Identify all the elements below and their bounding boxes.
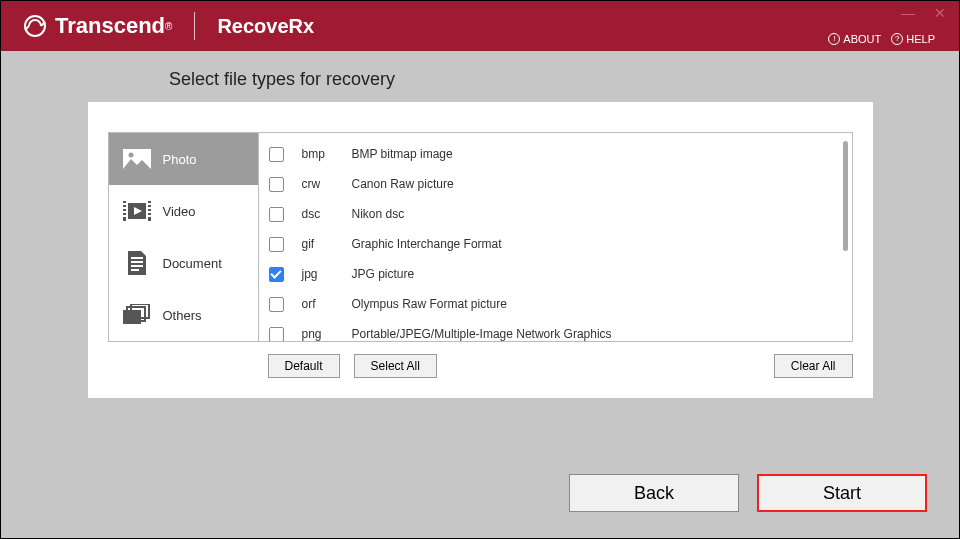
titlebar: Transcend ® RecoveRx — ✕ ! ABOUT ? HELP — [1, 1, 959, 51]
svg-rect-15 — [131, 261, 143, 263]
checkbox-bmp[interactable] — [269, 147, 284, 162]
svg-rect-16 — [131, 265, 143, 267]
file-desc: Graphic Interchange Format — [352, 237, 502, 251]
file-desc: Olympus Raw Format picture — [352, 297, 507, 311]
file-type-row[interactable]: png Portable/JPEG/Multiple-Image Network… — [259, 319, 852, 342]
help-label: HELP — [906, 33, 935, 45]
svg-rect-6 — [123, 207, 126, 209]
checkbox-png[interactable] — [269, 327, 284, 342]
brand-name: Transcend — [55, 13, 165, 39]
photo-icon — [123, 148, 151, 170]
footer-nav: Back Start — [569, 474, 927, 512]
svg-rect-17 — [131, 269, 139, 271]
category-photo[interactable]: Photo — [109, 133, 258, 185]
file-ext: gif — [302, 237, 352, 251]
file-ext: orf — [302, 297, 352, 311]
content-area: Select file types for recovery Photo — [1, 51, 959, 538]
default-button[interactable]: Default — [268, 354, 340, 378]
clear-all-button[interactable]: Clear All — [774, 354, 853, 378]
minimize-button[interactable]: — — [897, 5, 919, 21]
category-video[interactable]: Video — [109, 185, 258, 237]
svg-rect-14 — [131, 257, 143, 259]
file-ext: crw — [302, 177, 352, 191]
brand: Transcend ® — [1, 12, 172, 40]
file-desc: BMP bitmap image — [352, 147, 453, 161]
file-ext: bmp — [302, 147, 352, 161]
file-type-browser: Photo Vi — [108, 132, 853, 342]
svg-rect-8 — [123, 215, 126, 217]
about-label: ABOUT — [843, 33, 881, 45]
svg-rect-7 — [123, 211, 126, 213]
about-link[interactable]: ! ABOUT — [828, 33, 881, 45]
app-window: Transcend ® RecoveRx — ✕ ! ABOUT ? HELP … — [0, 0, 960, 539]
file-desc: JPG picture — [352, 267, 415, 281]
page-heading: Select file types for recovery — [1, 51, 959, 102]
others-icon — [123, 304, 151, 326]
svg-rect-10 — [148, 207, 151, 209]
file-type-row[interactable]: orf Olympus Raw Format picture — [259, 289, 852, 319]
question-icon: ? — [891, 33, 903, 45]
back-button[interactable]: Back — [569, 474, 739, 512]
file-type-row[interactable]: dsc Nikon dsc — [259, 199, 852, 229]
scrollbar[interactable] — [843, 141, 848, 251]
file-type-row[interactable]: crw Canon Raw picture — [259, 169, 852, 199]
file-type-row[interactable]: gif Graphic Interchange Format — [259, 229, 852, 259]
select-all-button[interactable]: Select All — [354, 354, 437, 378]
svg-rect-9 — [148, 203, 151, 205]
checkbox-dsc[interactable] — [269, 207, 284, 222]
file-type-row[interactable]: bmp BMP bitmap image — [259, 139, 852, 169]
registered-mark: ® — [165, 21, 172, 32]
file-ext: jpg — [302, 267, 352, 281]
svg-rect-5 — [123, 203, 126, 205]
file-ext: dsc — [302, 207, 352, 221]
checkbox-orf[interactable] — [269, 297, 284, 312]
svg-rect-11 — [148, 211, 151, 213]
action-row: Default Select All Clear All — [98, 342, 863, 378]
category-label: Others — [163, 308, 202, 323]
close-button[interactable]: ✕ — [929, 5, 951, 21]
svg-point-2 — [128, 153, 133, 158]
app-title: RecoveRx — [217, 15, 314, 38]
video-icon — [123, 200, 151, 222]
category-label: Video — [163, 204, 196, 219]
transcend-logo-icon — [21, 12, 49, 40]
help-link[interactable]: ? HELP — [891, 33, 935, 45]
svg-rect-12 — [148, 215, 151, 217]
help-links: ! ABOUT ? HELP — [828, 33, 935, 45]
file-desc: Nikon dsc — [352, 207, 405, 221]
document-icon — [123, 252, 151, 274]
category-label: Document — [163, 256, 222, 271]
file-type-list[interactable]: bmp BMP bitmap image crw Canon Raw pictu… — [258, 132, 853, 342]
category-label: Photo — [163, 152, 197, 167]
selection-panel: Photo Vi — [88, 102, 873, 398]
checkbox-crw[interactable] — [269, 177, 284, 192]
category-document[interactable]: Document — [109, 237, 258, 289]
checkbox-gif[interactable] — [269, 237, 284, 252]
category-list: Photo Vi — [108, 132, 258, 342]
brand-divider — [194, 12, 195, 40]
info-icon: ! — [828, 33, 840, 45]
start-button[interactable]: Start — [757, 474, 927, 512]
checkbox-jpg[interactable] — [269, 267, 284, 282]
file-type-row[interactable]: jpg JPG picture — [259, 259, 852, 289]
category-others[interactable]: Others — [109, 289, 258, 341]
file-desc: Canon Raw picture — [352, 177, 454, 191]
file-desc: Portable/JPEG/Multiple-Image Network Gra… — [352, 327, 612, 341]
window-controls: — ✕ — [897, 5, 951, 21]
file-ext: png — [302, 327, 352, 341]
